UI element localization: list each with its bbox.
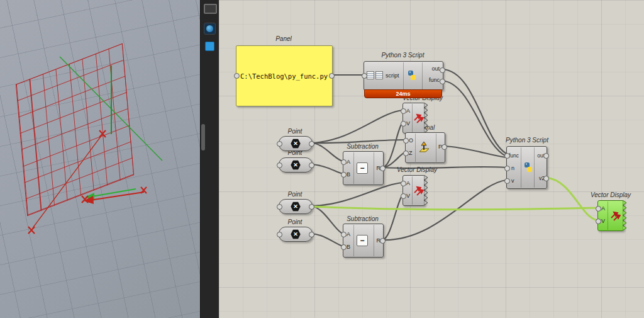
input-n: n (511, 165, 514, 171)
B-input-nub[interactable] (341, 244, 347, 250)
point-output-nub[interactable] (309, 141, 314, 147)
wire (311, 206, 343, 234)
subtraction-top-component[interactable]: A B − R (343, 151, 384, 185)
V-input-nub[interactable] (596, 219, 601, 224)
point-param[interactable]: ✕ (279, 157, 313, 173)
func-output-nub[interactable] (440, 79, 445, 84)
point-input-nub[interactable] (277, 141, 282, 147)
point-param[interactable]: ✕ (279, 136, 313, 151)
O-input-nub[interactable] (403, 138, 409, 144)
input-V: V (406, 120, 410, 127)
A-input-nub[interactable] (341, 232, 347, 237)
subtraction-icon: − (357, 162, 368, 174)
input-B: B (347, 171, 350, 178)
input-A: A (406, 180, 410, 186)
panel-output-nub[interactable] (329, 73, 335, 79)
A-input-nub[interactable] (596, 206, 601, 212)
P-output-nub[interactable] (441, 144, 447, 150)
point-param[interactable]: ✕ (279, 227, 313, 242)
panel-component[interactable]: C:\TechBlog\py_func.py (236, 45, 333, 106)
script-source-icon (367, 71, 374, 79)
wire (382, 123, 402, 168)
wire (311, 183, 402, 206)
point-input-nub[interactable] (277, 204, 282, 210)
R-output-nub[interactable] (380, 166, 386, 171)
point-icon: ✕ (291, 139, 301, 149)
selected-wire (311, 207, 597, 210)
display-teeth (424, 103, 428, 133)
n-input-nub[interactable] (504, 166, 510, 171)
V-input-nub[interactable] (401, 193, 406, 199)
vector-display-selected-label: Vector Display (580, 191, 641, 198)
output-func: func (429, 77, 440, 83)
point-param[interactable]: ✕ (279, 199, 313, 214)
input-O: O (409, 137, 413, 144)
python-script-top-component[interactable]: script out func (364, 61, 443, 91)
subtraction-bottom-label: Subtraction (343, 215, 382, 222)
python-script-right-component[interactable]: func n v out v2 (506, 146, 547, 189)
input-A: A (601, 205, 605, 212)
A-input-nub[interactable] (341, 159, 347, 165)
runtime-badge: 24ms (364, 89, 442, 98)
python-top-label: Python 3 Script (364, 52, 442, 59)
python-logo-icon (523, 162, 534, 173)
rhino-viewport[interactable] (0, 0, 200, 318)
point-icon: ✕ (291, 229, 301, 239)
wire (311, 110, 402, 143)
input-func: func (509, 152, 519, 159)
point-output-nub[interactable] (309, 232, 314, 237)
subtraction-icon: − (357, 235, 368, 246)
plane-normal-icon (418, 142, 431, 154)
v2-output-nub[interactable] (543, 176, 549, 181)
point-label: Point (279, 219, 311, 225)
normal-component[interactable]: O Z P (405, 132, 445, 163)
out-output-nub[interactable] (543, 153, 549, 159)
R-output-nub[interactable] (380, 238, 386, 244)
scrollbar-thumb[interactable] (201, 124, 205, 150)
input-A: A (347, 231, 350, 237)
v-input-nub[interactable] (504, 178, 510, 184)
A-input-nub[interactable] (401, 181, 406, 186)
display-teeth (623, 200, 627, 231)
out-output-nub[interactable] (440, 67, 445, 73)
wire (444, 146, 506, 157)
grasshopper-window: Panel Python 3 Script Vector Display Nor… (0, 0, 644, 318)
wire (311, 143, 343, 161)
output-out: out (431, 65, 440, 72)
V-input-nub[interactable] (401, 121, 406, 127)
vector-display-mid-component[interactable]: A V (402, 175, 425, 206)
A-input-nub[interactable] (401, 108, 406, 114)
point-output-nub[interactable] (309, 204, 314, 210)
point-input-nub[interactable] (277, 162, 282, 168)
panel-text[interactable]: C:\TechBlog\py_func.py (236, 46, 332, 106)
vector-display-icon (413, 185, 424, 196)
selected-wire (546, 178, 597, 220)
panel-input-nub[interactable] (234, 73, 240, 79)
python-logo-icon (406, 71, 418, 81)
monitor-icon[interactable] (204, 4, 217, 14)
panel-label: Panel (236, 35, 331, 42)
point-label: Point (279, 128, 311, 135)
subtraction-bottom-component[interactable]: A B − R (343, 224, 384, 258)
input-V: V (601, 218, 605, 224)
point-input-nub[interactable] (277, 232, 282, 237)
script-input-nub[interactable] (362, 73, 367, 79)
blue-square-icon[interactable] (205, 42, 214, 51)
point-output-nub[interactable] (309, 162, 314, 168)
point-icon: ✕ (291, 160, 301, 170)
point-icon: ✕ (291, 202, 301, 212)
Z-input-nub[interactable] (403, 150, 409, 156)
func-input-nub[interactable] (504, 153, 510, 159)
grasshopper-canvas[interactable]: Panel Python 3 Script Vector Display Nor… (219, 0, 644, 318)
vector-display-selected-component[interactable]: A V (597, 200, 624, 231)
python-right-label: Python 3 Script (499, 137, 555, 144)
globe-icon[interactable] (204, 23, 216, 35)
vector-display-mid-label: Vector Display (389, 166, 445, 173)
input-v: v (511, 178, 514, 184)
vector-display-top-component[interactable]: A V (402, 103, 425, 133)
point-label: Point (279, 191, 311, 198)
wire (382, 195, 402, 240)
subtraction-top-label: Subtraction (343, 143, 382, 150)
B-input-nub[interactable] (341, 172, 347, 178)
input-A: A (347, 159, 350, 165)
